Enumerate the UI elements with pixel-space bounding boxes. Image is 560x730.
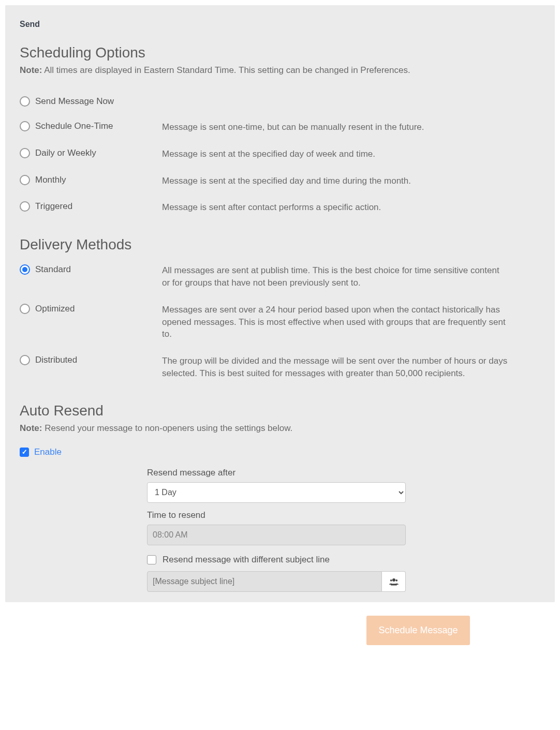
- note-text: All times are displayed in Eastern Stand…: [42, 65, 410, 75]
- diff-subject-row: Resend message with different subject li…: [147, 555, 406, 565]
- radio-label: Standard: [35, 264, 71, 275]
- radio-daily[interactable]: [20, 148, 30, 158]
- footer: Schedule Message: [0, 607, 560, 649]
- option-daily: Daily or Weekly Message is sent at the s…: [20, 141, 540, 168]
- option-optimized: Optimized Messages are sent over a 24 ho…: [20, 296, 540, 348]
- radio-label: Distributed: [35, 355, 77, 365]
- enable-row: ✓ Enable: [20, 447, 540, 457]
- radio-optimized[interactable]: [20, 304, 30, 314]
- svg-point-2: [395, 579, 397, 582]
- enable-checkbox[interactable]: ✓: [20, 448, 29, 457]
- option-desc: The group will be divided and the messag…: [162, 355, 540, 380]
- option-desc: Message is sent at the specified day and…: [162, 175, 540, 187]
- send-panel: Send Scheduling Options Note: All times …: [5, 5, 555, 602]
- option-desc: Message is sent after contact performs a…: [162, 201, 540, 214]
- option-monthly: Monthly Message is sent at the specified…: [20, 168, 540, 195]
- scheduling-note: Note: All times are displayed in Eastern…: [20, 65, 540, 76]
- option-distributed: Distributed The group will be divided an…: [20, 348, 540, 387]
- section-label: Send: [20, 20, 540, 29]
- delivery-heading: Delivery Methods: [20, 236, 540, 253]
- radio-label: Triggered: [35, 201, 72, 212]
- subject-input[interactable]: [147, 571, 382, 592]
- time-to-resend-label: Time to resend: [147, 510, 406, 520]
- resend-after-select[interactable]: 1 Day: [147, 482, 406, 503]
- resend-block: Resend message after 1 Day Time to resen…: [147, 468, 406, 592]
- radio-monthly[interactable]: [20, 175, 30, 185]
- subject-row: [147, 571, 406, 592]
- auto-resend-note: Note: Resend your message to non-openers…: [20, 423, 540, 434]
- radio-distributed[interactable]: [20, 355, 30, 365]
- note-text: Resend your message to non-openers using…: [42, 423, 292, 433]
- radio-send-now[interactable]: [20, 96, 30, 107]
- scheduling-heading: Scheduling Options: [20, 44, 540, 61]
- option-send-now: Send Message Now: [20, 89, 540, 114]
- schedule-message-button[interactable]: Schedule Message: [366, 616, 470, 645]
- note-prefix: Note:: [20, 423, 42, 433]
- diff-subject-label: Resend message with different subject li…: [163, 555, 330, 565]
- svg-point-0: [392, 578, 395, 582]
- radio-label: Optimized: [35, 304, 75, 314]
- radio-label: Schedule One-Time: [35, 121, 113, 131]
- option-desc: Message is sent one-time, but can be man…: [162, 121, 540, 133]
- radio-label: Monthly: [35, 175, 66, 185]
- resend-after-label: Resend message after: [147, 468, 406, 478]
- enable-label: Enable: [34, 447, 62, 457]
- auto-resend-heading: Auto Resend: [20, 403, 540, 419]
- radio-one-time[interactable]: [20, 121, 30, 131]
- note-prefix: Note:: [20, 65, 42, 75]
- radio-label: Daily or Weekly: [35, 148, 96, 158]
- option-desc: Message is sent at the specified day of …: [162, 148, 540, 160]
- radio-label: Send Message Now: [35, 96, 114, 107]
- radio-triggered[interactable]: [20, 201, 30, 212]
- personalize-button[interactable]: [382, 571, 406, 592]
- svg-point-1: [390, 579, 392, 582]
- option-triggered: Triggered Message is sent after contact …: [20, 194, 540, 221]
- option-desc: Messages are sent over a 24 hour period …: [162, 304, 540, 340]
- option-desc: All messages are sent at publish time. T…: [162, 264, 540, 289]
- radio-standard[interactable]: [20, 264, 30, 275]
- time-to-resend-input[interactable]: [147, 525, 406, 545]
- option-standard: Standard All messages are sent at publis…: [20, 257, 540, 296]
- people-icon: [389, 577, 399, 586]
- diff-subject-checkbox[interactable]: [147, 555, 156, 564]
- option-one-time: Schedule One-Time Message is sent one-ti…: [20, 114, 540, 141]
